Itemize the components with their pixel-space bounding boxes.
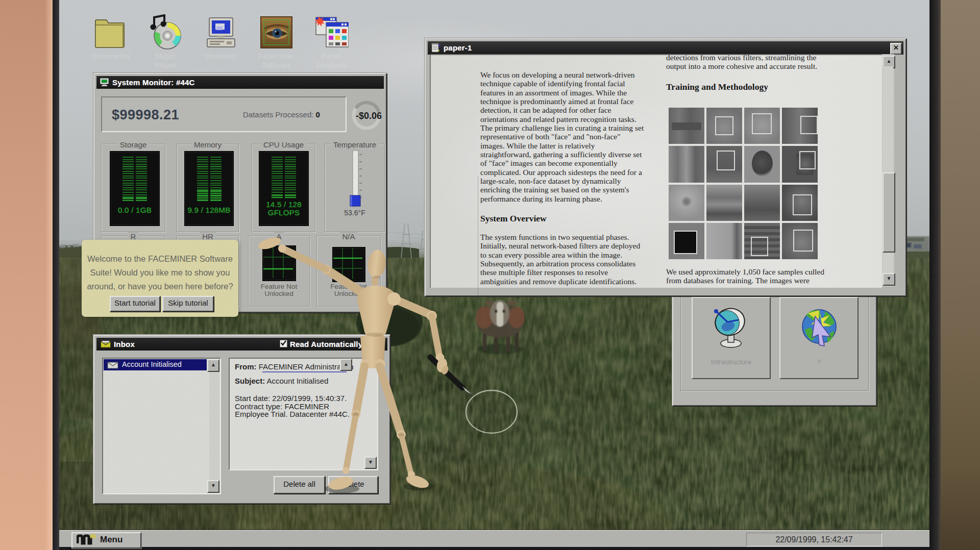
svg-text:95: 95 (90, 533, 96, 539)
